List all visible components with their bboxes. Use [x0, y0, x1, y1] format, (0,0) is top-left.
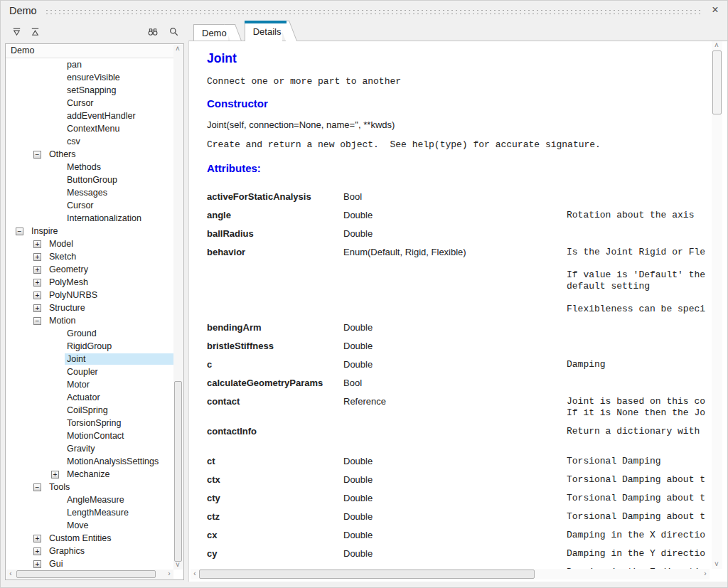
expander-box-icon[interactable] [33, 151, 41, 159]
tree-item[interactable]: ContextMenu [6, 122, 173, 135]
tree-item[interactable]: Gravity [6, 442, 173, 455]
tree-item[interactable]: Methods [6, 161, 173, 173]
tree-item[interactable]: Sketch [6, 250, 173, 263]
tree-item[interactable]: Gui [6, 557, 173, 570]
tree-item-label: setSnapping [65, 85, 119, 96]
attribute-description: Joint is based on this co If it is None … [567, 396, 710, 419]
tree-horizontal-scrollbar-thumb[interactable] [16, 570, 156, 578]
tree-item[interactable]: Joint [6, 353, 173, 365]
scroll-left-icon[interactable] [6, 570, 15, 578]
expander-box-icon[interactable] [33, 253, 41, 261]
details-vertical-scrollbar[interactable] [712, 41, 722, 569]
attribute-type: Double [343, 228, 567, 240]
drag-grip-dots[interactable] [45, 9, 703, 16]
tree-vertical-scrollbar[interactable] [173, 45, 183, 570]
tree-item[interactable]: RigidGroup [6, 340, 173, 353]
attribute-name: bristleStiffness [207, 341, 343, 352]
expander-box-icon[interactable] [33, 483, 41, 491]
attribute-type: Double [343, 511, 567, 523]
expander-box-icon[interactable] [16, 228, 23, 235]
expander-box-icon[interactable] [33, 317, 41, 325]
tree-item[interactable]: Mechanize [6, 468, 173, 481]
attribute-description: Torsional Damping [567, 456, 710, 467]
tree-horizontal-scrollbar[interactable] [6, 570, 173, 579]
attribute-row: calculateGeometryParams Bool [207, 378, 710, 389]
tree-item[interactable]: MotionContact [6, 429, 173, 442]
tree-item-label: MotionAnalysisSettings [65, 456, 161, 467]
expander-box-icon[interactable] [33, 304, 41, 312]
expander-box-icon[interactable] [33, 560, 41, 568]
tree-item[interactable]: pan [6, 58, 173, 71]
tree-item[interactable]: Actuator [6, 391, 173, 404]
tree-item[interactable]: MotionAnalysisSettings [6, 455, 173, 468]
tree-item[interactable]: CoilSpring [6, 404, 173, 417]
details-vertical-scrollbar-thumb[interactable] [712, 50, 722, 114]
close-icon[interactable]: × [709, 4, 722, 16]
tree-item-label: Graphics [47, 545, 87, 557]
expander-box-icon[interactable] [33, 240, 41, 248]
scroll-right-icon[interactable] [165, 570, 173, 578]
tree-item[interactable]: Structure [6, 301, 173, 314]
scroll-up-icon[interactable] [173, 45, 182, 53]
tree-item[interactable]: Coupler [6, 365, 173, 378]
expander-box-icon[interactable] [33, 535, 41, 542]
tree-item[interactable]: TorsionSpring [6, 417, 173, 429]
tree-item[interactable]: Motor [6, 378, 173, 391]
tree-item[interactable]: LengthMeasure [6, 506, 173, 519]
tree-item[interactable]: Custom Entities [6, 532, 173, 545]
tree-item[interactable]: PolyMesh [6, 276, 173, 289]
tree-item[interactable]: ensureVisible [6, 71, 173, 84]
tree-item[interactable]: Inspire [6, 225, 173, 237]
tree-item[interactable]: ButtonGroup [6, 173, 173, 186]
scroll-left-icon[interactable] [191, 570, 199, 578]
details-horizontal-scrollbar[interactable] [191, 569, 710, 579]
tree-item[interactable]: Cursor [6, 199, 173, 212]
tab[interactable]: Details [245, 21, 283, 41]
tree-item[interactable]: addEventHandler [6, 109, 173, 122]
tree-item[interactable]: Ground [6, 327, 173, 340]
tree-item[interactable]: Motion [6, 314, 173, 327]
attribute-row: activeForStaticAnalysis Bool [207, 191, 710, 203]
tree-item-label: ContextMenu [65, 123, 122, 134]
tree-item[interactable]: Tools [6, 481, 173, 493]
tree-item[interactable]: Move [6, 519, 173, 532]
tree-item[interactable]: setSnapping [6, 84, 173, 97]
scroll-up-icon[interactable] [712, 41, 721, 50]
scroll-right-icon[interactable] [701, 570, 710, 578]
tree-item[interactable]: Graphics [6, 545, 173, 557]
expander-box-icon[interactable] [51, 471, 59, 479]
expander-box-icon[interactable] [33, 292, 41, 299]
dock-window: Demo × Demo [0, 0, 728, 588]
scroll-down-icon[interactable] [712, 560, 721, 569]
expander-box-icon[interactable] [33, 279, 41, 287]
find-button[interactable] [146, 24, 160, 38]
tree-item[interactable]: PolyNURBS [6, 289, 173, 301]
tab[interactable]: Demo [193, 24, 228, 41]
tree-item-label: AngleMeasure [65, 494, 127, 506]
tree-item[interactable]: Geometry [6, 263, 173, 276]
tree-item[interactable]: csv [6, 135, 173, 148]
tree-item[interactable]: AngleMeasure [6, 493, 173, 506]
tree-item-label: Gui [47, 558, 65, 570]
tree-item-label: PolyNURBS [47, 289, 100, 301]
tree-item[interactable]: Messages [6, 186, 173, 199]
scroll-down-icon[interactable] [173, 561, 182, 570]
search-button[interactable] [166, 24, 181, 38]
attribute-type: Double [343, 530, 567, 541]
attribute-row: ballRadius Double [207, 228, 710, 240]
attribute-name: ct [207, 456, 343, 467]
tree-item[interactable]: Internationalization [6, 212, 173, 225]
tree-item[interactable]: Model [6, 237, 173, 250]
collapse-all-button[interactable] [28, 24, 42, 38]
expander-box-icon[interactable] [33, 266, 41, 274]
tree-item[interactable]: Cursor [6, 97, 173, 109]
tree-item[interactable]: Others [6, 148, 173, 161]
details-horizontal-scrollbar-thumb[interactable] [199, 570, 535, 579]
attribute-row: ct Double Torsional Damping [207, 456, 710, 467]
expand-all-button[interactable] [9, 24, 23, 38]
attribute-name: angle [207, 210, 343, 221]
details-panel: Joint Connect one or more part to anothe… [188, 41, 727, 582]
expander-box-icon[interactable] [33, 547, 41, 555]
tree-vertical-scrollbar-thumb[interactable] [174, 381, 182, 562]
tree-item-list: pan ensureVisible setSnapping Cursor [6, 58, 173, 570]
